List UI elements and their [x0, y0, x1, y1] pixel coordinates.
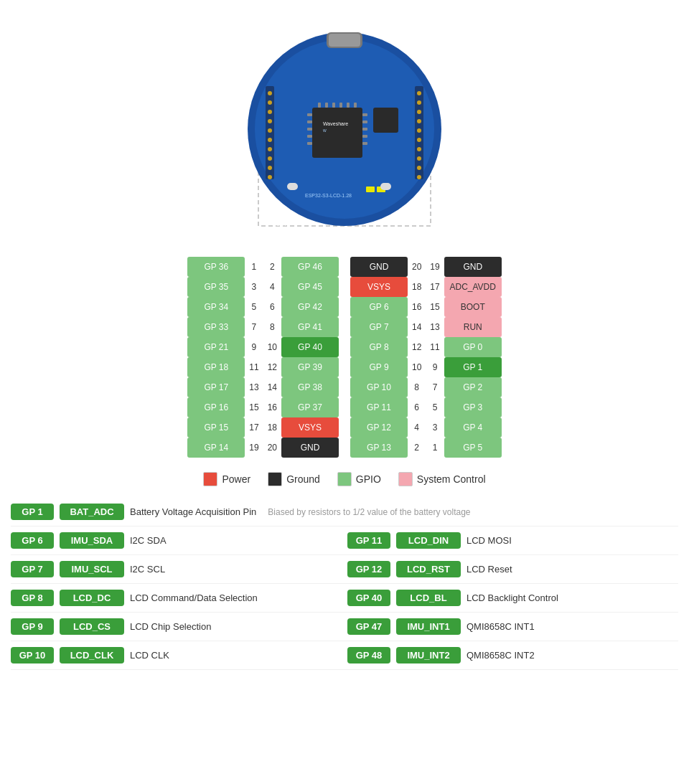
func-desc: LCD Chip Selection: [130, 621, 211, 632]
legend-label: GPIO: [356, 473, 381, 485]
pin-num-right: 5: [426, 397, 444, 417]
func-pin-right: GP 48: [347, 647, 390, 663]
svg-rect-46: [373, 108, 398, 133]
pin-name-left: GP 7: [350, 317, 408, 337]
pin-name-left: GP 13: [350, 438, 408, 458]
pin-name-left: GP 33: [187, 317, 245, 337]
pin-num-left: 19: [245, 438, 263, 458]
legend-item: Power: [203, 472, 250, 486]
legend-color-box: [203, 472, 217, 486]
pin-num-right: 1: [426, 438, 444, 458]
func-desc: LCD Command/Data Selection: [130, 592, 258, 603]
table-row: GP 18 11 12 GP 39: [187, 357, 339, 377]
svg-rect-34: [362, 121, 367, 123]
svg-point-11: [268, 138, 272, 142]
svg-point-24: [417, 156, 421, 161]
pin-name-left: GP 11: [350, 397, 408, 417]
pin-num-right: 4: [263, 277, 281, 297]
svg-point-23: [417, 147, 421, 151]
pin-name-left: GND: [350, 257, 408, 277]
pin-name-left: GP 6: [350, 297, 408, 317]
pin-num-right: 17: [426, 277, 444, 297]
pin-num-left: 12: [408, 337, 426, 357]
board-section: Waveshare W ESP32-S3-LCD-1.28 BOOT: [0, 0, 689, 244]
func-row: GP 6 IMU_SDA I2C SDA GP 11 LCD_DIN LCD M…: [11, 526, 678, 555]
func-desc: I2C SCL: [130, 564, 165, 575]
pin-num-left: 3: [245, 277, 263, 297]
svg-point-8: [268, 110, 272, 114]
func-left: GP 7 IMU_SCL I2C SCL: [11, 561, 342, 577]
svg-point-15: [268, 175, 272, 179]
pin-name-left: GP 12: [350, 417, 408, 438]
pin-num-left: 5: [245, 297, 263, 317]
func-pin: GP 1: [11, 504, 54, 520]
svg-rect-35: [362, 128, 367, 131]
pin-num-left: 6: [408, 397, 426, 417]
func-pin: GP 10: [11, 647, 54, 663]
pin-num-right: 19: [426, 257, 444, 277]
func-pin-right: GP 47: [347, 618, 390, 635]
pin-num-right: 18: [263, 417, 281, 438]
svg-rect-37: [362, 142, 367, 145]
pin-name-left: GP 15: [187, 417, 245, 438]
h2-pin-table: GND 20 19 GND VSYS 18 17 ADC_AVDD GP 6 1…: [350, 257, 502, 458]
func-name-right: LCD_DIN: [396, 532, 461, 549]
svg-rect-42: [347, 103, 350, 108]
svg-rect-28: [307, 113, 312, 116]
pin-name-left: GP 10: [350, 377, 408, 397]
table-row: VSYS 18 17 ADC_AVDD: [350, 277, 502, 297]
pin-name-right: GP 4: [444, 417, 502, 438]
svg-point-13: [268, 156, 272, 161]
pin-num-left: 13: [245, 377, 263, 397]
pin-name-left: GP 35: [187, 277, 245, 297]
svg-point-14: [268, 166, 272, 170]
func-right: GP 40 LCD_BL LCD Backlight Control: [347, 590, 678, 606]
table-row: GP 11 6 5 GP 3: [350, 397, 502, 417]
pin-num-left: 1: [245, 257, 263, 277]
pin-name-right: GP 46: [281, 257, 339, 277]
legend-label: Power: [222, 473, 250, 485]
pin-num-right: 2: [263, 257, 281, 277]
func-right: GP 12 LCD_RST LCD Reset: [347, 561, 678, 577]
pin-num-right: 14: [263, 377, 281, 397]
table-row: GND 20 19 GND: [350, 257, 502, 277]
func-name: LCD_CS: [60, 618, 124, 635]
func-left: GP 9 LCD_CS LCD Chip Selection: [11, 618, 342, 635]
svg-rect-36: [362, 135, 367, 138]
svg-rect-33: [362, 113, 367, 116]
func-desc: LCD CLK: [130, 650, 169, 661]
legend-label: Ground: [286, 473, 320, 485]
func-desc-right: QMI8658C INT1: [467, 621, 535, 632]
pin-name-left: GP 34: [187, 297, 245, 317]
table-row: GP 16 15 16 GP 37: [187, 397, 339, 417]
func-desc: I2C SDA: [130, 535, 167, 546]
pin-num-left: 16: [408, 297, 426, 317]
pin-name-right: GP 5: [444, 438, 502, 458]
pin-name-left: GP 9: [350, 357, 408, 377]
func-desc-right: LCD MOSI: [467, 535, 512, 546]
pin-name-left: GP 8: [350, 337, 408, 357]
pin-name-right: GP 42: [281, 297, 339, 317]
svg-text:W: W: [323, 128, 327, 133]
func-right: GP 48 IMU_INT2 QMI8658C INT2: [347, 647, 678, 663]
pin-name-right: GND: [444, 257, 502, 277]
func-pin: GP 8: [11, 590, 54, 606]
pin-num-right: 8: [263, 317, 281, 337]
pin-name-right: VSYS: [281, 417, 339, 438]
func-note: Biased by resistors to 1/2 value of the …: [268, 507, 470, 517]
func-pin: GP 7: [11, 561, 54, 577]
pin-num-left: 9: [245, 337, 263, 357]
func-row: GP 10 LCD_CLK LCD CLK GP 48 IMU_INT2 QMI…: [11, 641, 678, 670]
pin-num-left: 4: [408, 417, 426, 438]
pin-name-left: GP 14: [187, 438, 245, 458]
svg-rect-29: [307, 121, 312, 123]
func-name: LCD_CLK: [60, 647, 124, 663]
table-row: GP 15 17 18 VSYS: [187, 417, 339, 438]
legend-label: System Control: [417, 473, 486, 485]
pin-num-right: 12: [263, 357, 281, 377]
pin-num-right: 15: [426, 297, 444, 317]
func-pin-right: GP 11: [347, 532, 390, 549]
svg-rect-38: [318, 103, 321, 108]
h1-pin-table: GP 36 1 2 GP 46 GP 35 3 4 GP 45 GP 34 5 …: [187, 257, 339, 458]
func-name: BAT_ADC: [60, 504, 124, 520]
